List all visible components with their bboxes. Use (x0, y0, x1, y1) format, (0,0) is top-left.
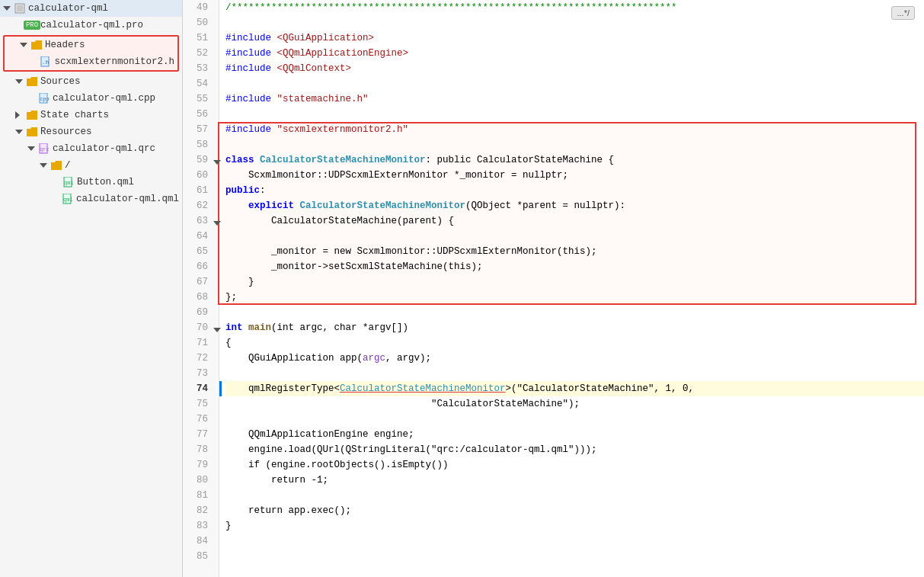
code-content: ...*/ /*********************************… (219, 0, 924, 577)
code-line-74: qmlRegisterType<CalculatorStateMachineMo… (225, 381, 924, 396)
code-token: if (engine.rootObjects().isEmpty()) (225, 460, 449, 470)
line-number-78: 78 (183, 442, 213, 457)
arrow-down-icon (40, 163, 47, 168)
sidebar-item-resources[interactable]: Resources (0, 123, 182, 140)
line-number-67: 67 (183, 274, 213, 290)
sidebar-item-pro[interactable]: PROcalculator-qml.pro (0, 17, 182, 34)
line-number-85: 85 (183, 549, 213, 564)
folder-icon (30, 39, 43, 51)
current-line-indicator (219, 381, 222, 396)
code-line-75: "CalculatorStateMachine"); (225, 396, 924, 412)
collapse-arrow-down[interactable] (213, 323, 221, 338)
code-token: QGuiApplication app( (225, 353, 363, 364)
sidebar-label-scxml: scxmlexternmonitor2.h (54, 56, 174, 67)
code-token: } (225, 521, 232, 531)
line-numbers: 4950515253545556575859606162636465666768… (183, 0, 219, 577)
code-line-77: QQmlApplicationEngine engine; (225, 427, 924, 442)
code-token: _monitor = new Scxmlmonitor::UDPScxmlExt… (225, 246, 597, 257)
sidebar-item-statecharts[interactable]: State charts (0, 107, 182, 123)
code-line-63: CalculatorStateMachine(parent) { (225, 213, 924, 229)
arrow-down-icon (15, 130, 23, 134)
sidebar-item-sources[interactable]: Sources (0, 73, 182, 90)
line-number-52: 52 (183, 46, 213, 61)
code-line-54 (225, 76, 924, 91)
code-token: qmlRegisterType< (225, 383, 340, 394)
sidebar-label-cpp: calculator-qml.cpp (53, 93, 155, 104)
svg-text:cpp: cpp (40, 96, 50, 102)
sidebar-item-headers[interactable]: Headers (5, 37, 177, 53)
line-number-76: 76 (183, 412, 213, 427)
line-number-84: 84 (183, 534, 213, 549)
code-line-69 (225, 305, 924, 320)
line-number-50: 50 (183, 15, 213, 30)
code-editor: 4950515253545556575859606162636465666768… (183, 0, 924, 577)
header-icon: .h (40, 56, 52, 68)
code-token: return app.exec(); (225, 505, 351, 516)
line-number-66: 66 (183, 259, 213, 274)
line-number-77: 77 (183, 427, 213, 442)
line-number-83: 83 (183, 518, 213, 534)
arrow-down-icon (20, 43, 27, 47)
code-token: int (225, 322, 248, 333)
line-number-57: 57 (183, 122, 213, 137)
code-line-76 (225, 412, 924, 427)
code-token: explicit (225, 200, 300, 211)
code-line-82: return app.exec(); (225, 503, 924, 518)
sidebar-label-slash: / (65, 160, 71, 171)
line-number-51: 51 (183, 30, 213, 46)
line-number-68: 68 (183, 290, 213, 305)
code-token: { (225, 338, 232, 348)
code-line-78: engine.load(QUrl(QStringLiteral("qrc:/ca… (225, 442, 924, 457)
pro-icon: PRO (26, 19, 38, 31)
line-number-72: 72 (183, 351, 213, 366)
code-line-58 (225, 137, 924, 152)
code-line-62: explicit CalculatorStateMachineMonitor(Q… (225, 198, 924, 213)
code-line-67: } (225, 274, 924, 290)
sidebar-item-slash[interactable]: / (0, 157, 182, 174)
collapse-arrow-down[interactable] (213, 216, 221, 232)
code-token: argc (363, 353, 385, 364)
code-token: }; (225, 292, 237, 303)
collapse-arrow-down[interactable] (213, 155, 221, 171)
arrow-right-icon (15, 111, 23, 119)
sidebar-label-calcqml: calculator-qml.qml (76, 194, 179, 204)
sidebar-item-calcqml[interactable]: qmlcalculator-qml.qml (0, 191, 182, 207)
code-line-72: QGuiApplication app(argc, argv); (225, 351, 924, 366)
line-number-73: 73 (183, 366, 213, 381)
line-number-69: 69 (183, 305, 213, 320)
line-number-59: 59 (183, 152, 213, 168)
code-line-79: if (engine.rootObjects().isEmpty()) (225, 457, 924, 473)
code-token: , argv); (385, 353, 431, 364)
arrow-down-icon (3, 6, 11, 11)
code-line-55: #include "statemachine.h" (225, 91, 924, 107)
code-token: #include (225, 94, 277, 104)
svg-text:qml: qml (63, 197, 73, 203)
code-token: <QQmlContext> (277, 63, 352, 74)
code-line-53: #include <QQmlContext> (225, 61, 924, 76)
code-line-59: class CalculatorStateMachineMonitor: pub… (225, 152, 924, 168)
line-number-55: 55 (183, 91, 213, 107)
code-token: <QGuiApplication> (277, 33, 375, 43)
code-line-51: #include <QGuiApplication> (225, 30, 924, 46)
sidebar-item-qrc[interactable]: qrccalculator-qml.qrc (0, 140, 182, 157)
code-line-66: _monitor->setScxmlStateMachine(this); (225, 259, 924, 274)
code-token: #include (225, 63, 277, 74)
svg-text:.h: .h (42, 59, 50, 66)
sidebar-item-cpp[interactable]: cppcalculator-qml.cpp (0, 90, 182, 107)
code-line-49: /***************************************… (225, 0, 924, 15)
code-line-60: Scxmlmonitor::UDPScxmlExternMonitor *_mo… (225, 168, 924, 183)
sidebar-item-scxml[interactable]: .hscxmlexternmonitor2.h (5, 53, 177, 70)
code-token: CalculatorStateMachine(parent) { (225, 216, 454, 226)
code-line-68: }; (225, 290, 924, 305)
line-number-60: 60 (183, 168, 213, 183)
line-number-56: 56 (183, 107, 213, 122)
sidebar-item-root[interactable]: calculator-qml (0, 0, 182, 17)
sidebar-item-buttonqml[interactable]: qmlButton.qml (0, 174, 182, 191)
code-line-84 (225, 534, 924, 549)
code-line-83: } (225, 518, 924, 534)
svg-rect-1 (17, 5, 23, 11)
code-token: } (225, 277, 254, 287)
sidebar-label-statecharts: State charts (40, 110, 109, 120)
sidebar: calculator-qmlPROcalculator-qml.proHeade… (0, 0, 183, 577)
line-number-62: 62 (183, 198, 213, 213)
